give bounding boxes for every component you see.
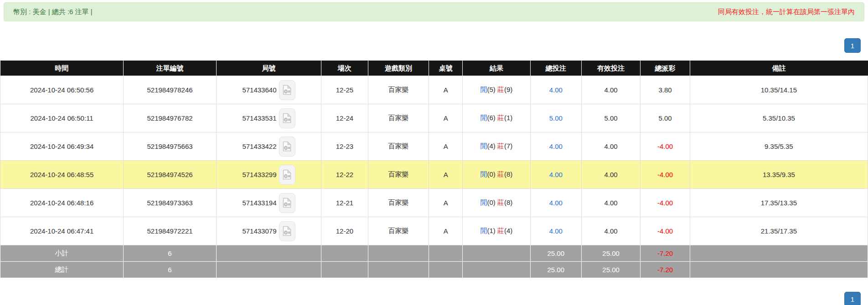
cell-round-id: 571433531 xyxy=(216,104,321,132)
cell-round-id: 571433640 xyxy=(216,76,321,104)
result-player-label: 閒 xyxy=(480,114,487,122)
valid-bet-notice-text: 同局有效投注，統一計算在該局第一張注單內 xyxy=(718,8,855,16)
col-header-session: 場次 xyxy=(321,61,368,76)
cell-valid-bet: 4.00 xyxy=(581,161,640,189)
total-label: 總計 xyxy=(0,262,124,278)
cell-table-no: A xyxy=(429,217,463,245)
col-header-valid-bet: 有效投注 xyxy=(581,61,640,76)
cell-result: 閒(0) 莊(8) xyxy=(463,161,530,189)
round-id-text: 571433194 xyxy=(242,199,276,207)
cell-total-bet: 5.00 xyxy=(530,104,581,132)
cell-payout: 5.00 xyxy=(641,104,690,132)
total-total-bet: 25.00 xyxy=(530,262,581,278)
result-player-value: (0) xyxy=(487,170,496,178)
table-row-highlighted: 2024-10-24 06:48:55 521984974526 5714332… xyxy=(0,161,868,189)
pagination-top: 1 xyxy=(0,38,868,53)
result-banker-label: 莊 xyxy=(497,198,504,206)
total-bet-link[interactable]: 4.00 xyxy=(549,199,563,207)
summary-alert-bar: 幣別 : 美金 | 總共 :6 注單 | 同局有效投注，統一計算在該局第一張注單… xyxy=(4,2,864,21)
cell-session: 12-21 xyxy=(321,189,368,217)
cell-game: 百家樂 xyxy=(368,189,429,217)
total-payout: -7.20 xyxy=(641,262,690,278)
film-file-icon xyxy=(283,85,291,95)
round-video-button[interactable] xyxy=(279,80,295,100)
cell-payout: 3.80 xyxy=(641,76,690,104)
round-video-button[interactable] xyxy=(279,221,295,241)
cell-result: 閒(4) 莊(7) xyxy=(463,132,530,161)
round-id-text: 571433299 xyxy=(242,171,276,178)
cell-payout: -4.00 xyxy=(641,132,690,161)
cell-time: 2024-10-24 06:49:34 xyxy=(0,132,124,161)
bet-records-table: 時間 注單編號 局號 場次 遊戲類別 桌號 結果 總投注 有效投注 總派彩 備註… xyxy=(0,61,868,278)
result-player-value: (6) xyxy=(487,114,496,122)
total-valid-bet: 25.00 xyxy=(581,262,640,278)
cell-remark: 21.35/17.35 xyxy=(690,217,868,245)
table-row: 2024-10-24 06:50:56 521984978246 5714336… xyxy=(0,76,868,104)
result-player-value: (5) xyxy=(487,86,496,93)
cell-table-no: A xyxy=(429,189,463,217)
cell-round-id: 571433079 xyxy=(216,217,321,245)
result-player-label: 閒 xyxy=(480,170,487,178)
cell-valid-bet: 4.00 xyxy=(581,217,640,245)
cell-time: 2024-10-24 06:47:41 xyxy=(0,217,124,245)
cell-result: 閒(5) 莊(9) xyxy=(463,76,530,104)
cell-total-bet: 4.00 xyxy=(530,76,581,104)
round-video-button[interactable] xyxy=(279,165,295,185)
cell-remark: 13.35/9.35 xyxy=(690,161,868,189)
total-bet-link[interactable]: 4.00 xyxy=(549,142,563,150)
round-video-button[interactable] xyxy=(279,137,295,157)
page-1-button[interactable]: 1 xyxy=(844,38,861,53)
cell-payout: -4.00 xyxy=(641,161,690,189)
cell-bet-id: 521984978246 xyxy=(124,76,217,104)
cell-bet-id: 521984976782 xyxy=(124,104,217,132)
cell-round-id: 571433194 xyxy=(216,189,321,217)
col-header-table-no: 桌號 xyxy=(429,61,463,76)
subtotal-valid-bet: 25.00 xyxy=(581,245,640,262)
result-banker-value: (8) xyxy=(504,198,512,206)
cell-game: 百家樂 xyxy=(368,217,429,245)
cell-total-bet: 4.00 xyxy=(530,189,581,217)
result-banker-value: (7) xyxy=(504,142,512,150)
col-header-total-bet: 總投注 xyxy=(530,61,581,76)
cell-payout: -4.00 xyxy=(641,189,690,217)
table-row: 2024-10-24 06:50:11 521984976782 5714335… xyxy=(0,104,868,132)
cell-game: 百家樂 xyxy=(368,161,429,189)
film-file-icon xyxy=(283,198,291,208)
result-banker-value: (4) xyxy=(504,227,512,234)
cell-bet-id: 521984972221 xyxy=(124,217,217,245)
total-bet-link[interactable]: 4.00 xyxy=(549,86,563,94)
result-player-value: (0) xyxy=(487,198,496,206)
bet-records-page: 幣別 : 美金 | 總共 :6 注單 | 同局有效投注，統一計算在該局第一張注單… xyxy=(0,0,868,305)
cell-payout: -4.00 xyxy=(641,217,690,245)
cell-valid-bet: 5.00 xyxy=(581,104,640,132)
cell-valid-bet: 4.00 xyxy=(581,76,640,104)
cell-time: 2024-10-24 06:50:11 xyxy=(0,104,124,132)
cell-valid-bet: 4.00 xyxy=(581,132,640,161)
result-banker-label: 莊 xyxy=(497,142,504,150)
cell-bet-id: 521984974526 xyxy=(124,161,217,189)
total-bet-link[interactable]: 4.00 xyxy=(549,227,563,235)
round-video-button[interactable] xyxy=(279,193,295,213)
page-1-button[interactable]: 1 xyxy=(844,292,861,305)
total-row: 總計 6 25.00 25.00 -7.20 xyxy=(0,262,868,278)
cell-session: 12-20 xyxy=(321,217,368,245)
table-row: 2024-10-24 06:47:41 521984972221 5714330… xyxy=(0,217,868,245)
cell-remark: 17.35/13.35 xyxy=(690,189,868,217)
cell-time: 2024-10-24 06:50:56 xyxy=(0,76,124,104)
total-bet-link[interactable]: 5.00 xyxy=(549,114,563,122)
table-row: 2024-10-24 06:48:16 521984973363 5714331… xyxy=(0,189,868,217)
col-header-game: 遊戲類別 xyxy=(368,61,429,76)
cell-result: 閒(1) 莊(4) xyxy=(463,217,530,245)
film-file-icon xyxy=(283,226,291,236)
film-file-icon xyxy=(283,169,291,180)
cell-table-no: A xyxy=(429,104,463,132)
cell-result: 閒(6) 莊(1) xyxy=(463,104,530,132)
cell-total-bet: 4.00 xyxy=(530,217,581,245)
result-banker-label: 莊 xyxy=(497,170,504,178)
col-header-round-id: 局號 xyxy=(216,61,321,76)
cell-result: 閒(0) 莊(8) xyxy=(463,189,530,217)
round-video-button[interactable] xyxy=(279,108,295,128)
result-player-label: 閒 xyxy=(480,86,487,93)
total-bet-link[interactable]: 4.00 xyxy=(549,171,563,178)
result-banker-label: 莊 xyxy=(497,86,504,93)
